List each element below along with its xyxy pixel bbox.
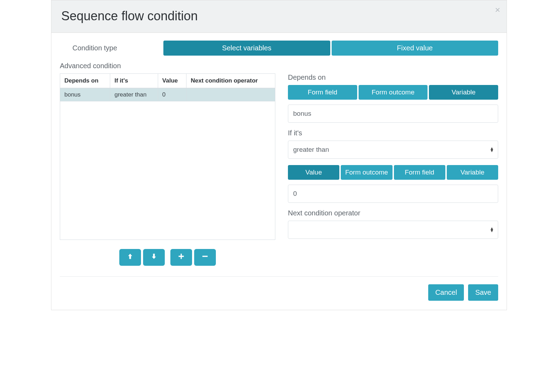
next-op-select[interactable] xyxy=(288,221,498,239)
cancel-button[interactable]: Cancel xyxy=(428,284,464,301)
cell-depends-on: bonus xyxy=(60,88,110,101)
seg-form-outcome-2[interactable]: Form outcome xyxy=(341,165,392,180)
close-icon[interactable]: × xyxy=(495,5,500,14)
arrow-down-icon xyxy=(150,252,157,262)
next-op-label: Next condition operator xyxy=(288,209,498,217)
modal-header: Sequence flow condition × xyxy=(51,0,507,33)
col-next-op: Next condition operator xyxy=(186,74,275,88)
modal-footer: Cancel Save xyxy=(60,276,498,310)
tab-fixed-value[interactable]: Fixed value xyxy=(332,41,499,56)
col-depends-on: Depends on xyxy=(60,74,110,88)
cell-if: greater than xyxy=(110,88,158,101)
dialog-sequence-flow-condition: Sequence flow condition × Condition type… xyxy=(51,0,507,310)
arrow-up-icon xyxy=(127,252,134,262)
seg-form-outcome[interactable]: Form outcome xyxy=(359,85,428,100)
seg-variable-2[interactable]: Variable xyxy=(447,165,498,180)
value-source-segments: Value Form outcome Form field Variable xyxy=(288,165,498,180)
conditions-table-body-spacer xyxy=(60,101,275,240)
value-input[interactable] xyxy=(288,185,498,203)
row-toolbar xyxy=(60,249,275,266)
seg-value[interactable]: Value xyxy=(288,165,339,180)
remove-button[interactable] xyxy=(194,249,216,266)
add-button[interactable] xyxy=(170,249,192,266)
seg-form-field[interactable]: Form field xyxy=(288,85,357,100)
advanced-condition-label: Advanced condition xyxy=(60,62,498,70)
if-its-label: If it's xyxy=(288,129,498,137)
condition-type-label: Condition type xyxy=(60,44,163,52)
if-its-select[interactable] xyxy=(288,141,498,159)
seg-variable[interactable]: Variable xyxy=(429,85,498,100)
modal-title: Sequence flow condition xyxy=(61,9,497,23)
tab-select-variables[interactable]: Select variables xyxy=(163,41,330,56)
depends-on-input[interactable] xyxy=(288,105,498,123)
condition-type-group: Select variables Fixed value xyxy=(163,41,498,56)
conditions-table: Depends on If it's Value Next condition … xyxy=(60,73,275,101)
cell-next-op xyxy=(186,88,275,101)
move-up-button[interactable] xyxy=(119,249,141,266)
save-button[interactable]: Save xyxy=(468,284,498,301)
depends-on-label: Depends on xyxy=(288,73,498,81)
cell-value: 0 xyxy=(158,88,186,101)
move-down-button[interactable] xyxy=(143,249,165,266)
seg-form-field-2[interactable]: Form field xyxy=(394,165,445,180)
col-value: Value xyxy=(158,74,186,88)
minus-icon xyxy=(202,252,209,262)
col-if-its: If it's xyxy=(110,74,158,88)
plus-icon xyxy=(178,252,185,262)
depends-on-segments: Form field Form outcome Variable xyxy=(288,85,498,100)
table-row[interactable]: bonus greater than 0 xyxy=(60,88,275,101)
